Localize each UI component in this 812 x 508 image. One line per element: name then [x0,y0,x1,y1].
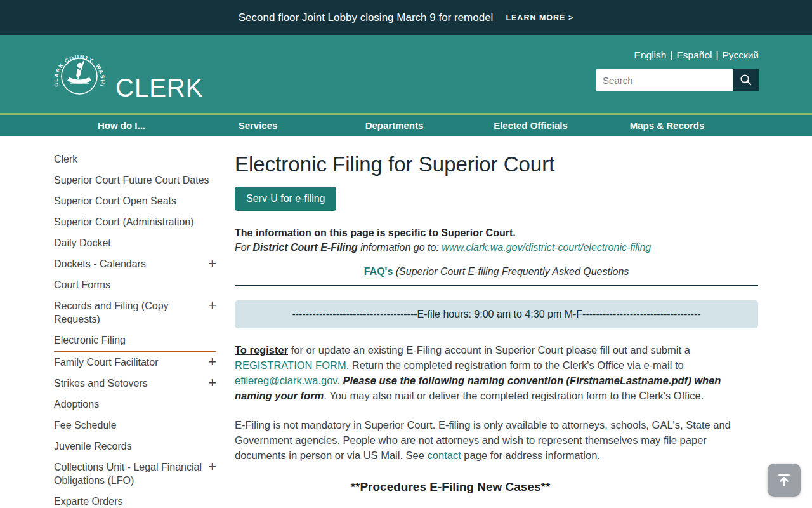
sidebar-item-adoptions[interactable]: Adoptions [54,394,216,415]
sidebar-item-label: Daily Docket [54,236,111,250]
district-court-efiling-text: District Court E-Filing [252,242,357,253]
sidebar-item-label: Records and Filing (Copy Requests) [54,299,203,326]
paragraph-text: . You may also mail or deliver the compl… [324,390,704,401]
sidebar-item-label: Exparte Orders [54,495,122,508]
nav-how-do-i[interactable]: How do I... [53,120,190,131]
sidebar-item-collections-unit[interactable]: Collections Unit - Legal Financial Oblig… [54,457,216,491]
sidebar: Clerk Superior Court Future Court Dates … [54,136,216,508]
sidebar-item-open-seats[interactable]: Superior Court Open Seats [54,190,216,211]
registration-paragraph: To register for or update an existing E-… [235,342,758,403]
alert-banner: Second floor Joint Lobby closing March 9… [0,0,812,35]
sidebar-item-administration[interactable]: Superior Court (Administration) [54,211,216,232]
sidebar-item-records-and-filing[interactable]: Records and Filing (Copy Requests) + [54,295,216,330]
expand-plus-icon[interactable]: + [208,356,216,368]
sidebar-item-electronic-filing[interactable]: Electronic Filing [54,330,216,352]
arrow-to-top-icon [776,472,792,488]
sidebar-item-family-court-facilitator[interactable]: Family Court Facilitator + [54,352,216,373]
sidebar-item-label: Juvenile Records [54,439,132,453]
intro-part: information go to: [358,242,442,253]
registration-form-link[interactable]: REGISTRATION FORM [235,359,346,371]
efile-hours-box: -------------------------------------E-f… [235,300,758,328]
learn-more-link[interactable]: LEARN MORE > [506,13,573,22]
sidebar-item-label: Electronic Filing [54,333,126,347]
sidebar-item-strikes-setovers[interactable]: Strikes and Setovers + [54,373,216,394]
alert-text: Second floor Joint Lobby closing March 9… [239,11,494,24]
sidebar-item-court-forms[interactable]: Court Forms [54,274,216,295]
nav-maps-records[interactable]: Maps & Records [599,120,735,131]
sidebar-item-label: Clerk [54,152,77,166]
sidebar-item-fee-schedule[interactable]: Fee Schedule [54,415,216,436]
sidebar-item-clerk[interactable]: Clerk [54,149,216,170]
faq-description: (Superior Court E-filing Frequently Aske… [393,266,629,277]
county-seal-icon: CLARK COUNTY, WASHINGTON [51,44,108,102]
expand-plus-icon[interactable]: + [208,377,216,389]
district-court-efiling-link[interactable]: www.clark.wa.gov/district-court/electron… [442,242,651,253]
lang-separator: | [716,50,718,60]
scroll-to-top-button[interactable] [768,464,801,497]
expand-plus-icon[interactable]: + [208,299,216,312]
sidebar-item-label: Adoptions [54,398,99,411]
language-switcher: English|Español|Русский [634,50,759,61]
sidebar-item-daily-docket[interactable]: Daily Docket [54,232,216,253]
sidebar-item-label: Family Court Facilitator [54,356,158,369]
page-title: Electronic Filing for Superior Court [235,152,758,177]
intro-bold-text: The information on this page is specific… [235,227,758,239]
expand-plus-icon[interactable]: + [208,257,216,270]
sidebar-item-juvenile-records[interactable]: Juvenile Records [54,436,216,457]
nav-departments[interactable]: Departments [326,120,462,131]
lang-spanish-link[interactable]: Español [676,50,712,60]
divider [235,285,758,286]
search-input[interactable] [596,69,733,91]
sidebar-item-label: Superior Court Open Seats [54,194,176,208]
paragraph-text: for or update an existing E-Filing accou… [288,344,690,356]
search-button[interactable] [733,69,759,91]
paragraph-text: . Return the completed registration form… [346,359,684,371]
paragraph-text: . [337,375,343,386]
intro-italic-text: For District Court E-Filing information … [235,242,758,253]
paragraph-text: page for address information. [461,450,600,461]
efile-hours-text: -------------------------------------E-f… [292,309,700,319]
main-nav: How do I... Services Departments Elected… [0,113,812,136]
servu-efiling-button[interactable]: Serv-U for e-filing [235,187,336,211]
contact-link[interactable]: contact [428,450,461,461]
intro-part: For [235,242,252,253]
sidebar-item-exparte-orders[interactable]: Exparte Orders [54,491,216,508]
search-bar [596,69,759,91]
lang-separator: | [670,50,672,60]
faq-line: FAQ's (Superior Court E-filing Frequentl… [235,266,758,277]
lang-russian-link[interactable]: Русский [722,50,759,60]
sidebar-item-label: Fee Schedule [54,418,117,432]
header-right: English|Español|Русский [596,50,759,91]
efilereg-email-link[interactable]: efilereg@clark.wa.gov [235,375,337,386]
sidebar-item-label: Dockets - Calendars [54,257,146,271]
search-icon [739,73,753,87]
sidebar-item-label: Court Forms [54,278,110,291]
lang-english-link[interactable]: English [634,50,667,60]
sidebar-item-dockets-calendars[interactable]: Dockets - Calendars + [54,253,216,274]
to-register-text: To register [235,344,288,356]
sidebar-item-label: Collections Unit - Legal Financial Oblig… [54,460,203,487]
nav-services[interactable]: Services [190,120,326,131]
sidebar-item-future-court-dates[interactable]: Superior Court Future Court Dates [54,170,216,190]
expand-plus-icon[interactable]: + [208,460,216,473]
procedures-heading: **Procedures E-Filing New Cases** [235,480,666,494]
faq-link[interactable]: FAQ's [364,266,393,277]
sidebar-item-label: Superior Court (Administration) [54,215,194,229]
sidebar-item-label: Superior Court Future Court Dates [54,173,209,187]
main-content: Electronic Filing for Superior Court Ser… [235,136,758,508]
mandatory-paragraph: E-Filing is not mandatory in Superior Co… [235,417,758,463]
site-logo[interactable]: CLARK COUNTY, WASHINGTON CLERK [51,44,203,102]
sidebar-item-label: Strikes and Setovers [54,377,148,390]
nav-elected-officials[interactable]: Elected Officials [462,120,599,131]
site-name: CLERK [115,75,203,100]
site-header: CLARK COUNTY, WASHINGTON CLERK English|E… [0,35,812,113]
